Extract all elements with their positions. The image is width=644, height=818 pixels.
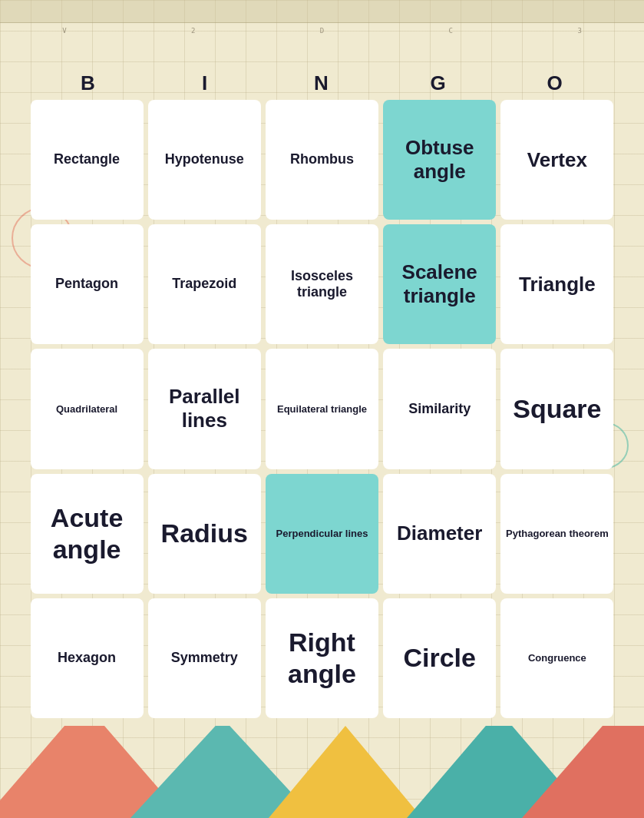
cell-text-0: Rectangle (54, 151, 120, 168)
header-letter-b: B (31, 71, 147, 95)
cell-text-6: Trapezoid (172, 276, 236, 293)
bingo-grid: RectangleHypotenuseRhombusObtuse angleVe… (31, 100, 614, 718)
bingo-cell-14[interactable]: Square (500, 349, 613, 469)
cell-text-11: Parallel lines (153, 385, 256, 432)
cell-text-18: Diameter (397, 522, 482, 545)
cell-text-14: Square (513, 393, 601, 425)
header-letter-n: N (264, 71, 381, 95)
cell-text-19: Pythagorean theorem (506, 528, 609, 540)
bingo-cell-2[interactable]: Rhombus (266, 100, 378, 220)
header-letter-i: I (147, 71, 264, 95)
cell-text-24: Congruence (528, 652, 586, 664)
bingo-cell-13[interactable]: Similarity (383, 349, 496, 469)
cell-text-5: Pentagon (55, 276, 118, 293)
bingo-cell-7[interactable]: Isosceles triangle (266, 224, 378, 344)
cell-text-21: Symmetry (171, 650, 238, 667)
cell-text-22: Right angle (270, 627, 374, 690)
bingo-cell-6[interactable]: Trapezoid (148, 224, 261, 344)
cell-text-15: Acute angle (35, 502, 139, 565)
bingo-cell-12[interactable]: Equilateral triangle (266, 349, 378, 469)
bingo-cell-23[interactable]: Circle (383, 598, 496, 718)
bingo-cell-8[interactable]: Scalene triangle (383, 224, 496, 344)
bingo-cell-9[interactable]: Triangle (500, 224, 613, 344)
cell-text-13: Similarity (408, 401, 471, 418)
cell-text-1: Hypotenuse (165, 151, 244, 168)
bingo-cell-20[interactable]: Hexagon (31, 598, 144, 718)
cell-text-9: Triangle (519, 273, 596, 296)
bingo-cell-4[interactable]: Vertex (500, 100, 613, 220)
cell-text-8: Scalene triangle (388, 260, 491, 308)
bingo-cell-22[interactable]: Right angle (266, 598, 378, 718)
cell-text-7: Isosceles triangle (270, 268, 374, 301)
bingo-cell-11[interactable]: Parallel lines (148, 349, 261, 469)
bingo-cell-1[interactable]: Hypotenuse (148, 100, 261, 220)
cell-text-23: Circle (403, 642, 476, 674)
cell-text-4: Vertex (527, 148, 587, 172)
main-container: BINGO RectangleHypotenuseRhombusObtuse a… (0, 0, 644, 818)
bingo-cell-15[interactable]: Acute angle (31, 474, 144, 594)
bingo-cell-10[interactable]: Quadrilateral (31, 349, 144, 469)
cell-text-3: Obtuse angle (388, 136, 491, 184)
bingo-cell-24[interactable]: Congruence (500, 598, 613, 718)
bingo-cell-16[interactable]: Radius (148, 474, 261, 594)
cell-text-10: Quadrilateral (56, 403, 117, 416)
bingo-cell-3[interactable]: Obtuse angle (383, 100, 496, 220)
bingo-cell-5[interactable]: Pentagon (31, 224, 144, 344)
cell-text-17: Perpendicular lines (276, 528, 368, 540)
cell-text-12: Equilateral triangle (277, 403, 367, 416)
bingo-cell-19[interactable]: Pythagorean theorem (500, 474, 613, 594)
cell-text-16: Radius (161, 518, 248, 549)
bingo-cell-0[interactable]: Rectangle (31, 100, 144, 220)
bingo-cell-17[interactable]: Perpendicular lines (266, 474, 378, 594)
bingo-cell-18[interactable]: Diameter (383, 474, 496, 594)
header-letter-g: G (381, 71, 497, 95)
cell-text-20: Hexagon (58, 650, 116, 667)
cell-text-2: Rhombus (290, 151, 354, 168)
bingo-header-row: BINGO (31, 71, 614, 95)
bingo-cell-21[interactable]: Symmetry (148, 598, 261, 718)
header-letter-o: O (497, 71, 614, 95)
